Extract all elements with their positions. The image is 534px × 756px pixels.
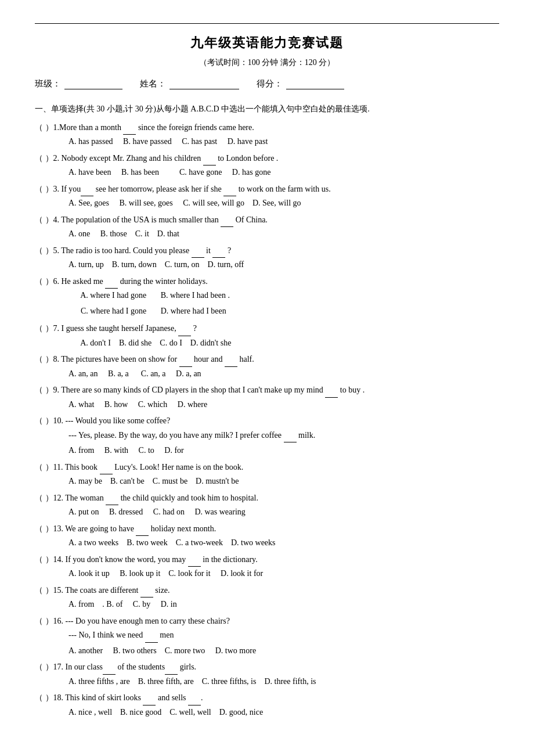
q3-paren: （ ） bbox=[35, 182, 53, 197]
q1-options: A. has passed B. have passed C. has past… bbox=[35, 135, 499, 149]
q6-options-2: C. where had I gone D. where had I been bbox=[35, 304, 499, 319]
question-3: （ ） 3. If you see her tomorrow, please a… bbox=[35, 182, 499, 211]
question-17: （ ） 17. In our class of the students gir… bbox=[35, 660, 499, 689]
question-4: （ ） 4. The population of the USA is much… bbox=[35, 213, 499, 242]
q12-text: 12. The woman the child quickly and took… bbox=[53, 491, 258, 506]
question-16: （ ） 16. --- Do you have enough men to ca… bbox=[35, 614, 499, 658]
q10-paren: （ ） bbox=[35, 414, 53, 429]
class-label: 班级： bbox=[35, 78, 61, 89]
score-input[interactable] bbox=[286, 79, 344, 89]
q14-text: 14. If you don't know the word, you may … bbox=[53, 553, 258, 567]
question-5: （ ） 5. The radio is too hard. Could you … bbox=[35, 244, 499, 272]
q5-text: 5. The radio is too hard. Could you plea… bbox=[53, 244, 232, 258]
subtitle: （考试时间：100 分钟 满分：120 分） bbox=[35, 57, 499, 68]
q16-text: 16. --- Do you have enough men to carry … bbox=[53, 614, 230, 629]
q10-text2: --- Yes, please. By the way, do you have… bbox=[35, 429, 499, 443]
q4-options: A. one B. those C. it D. that bbox=[35, 227, 499, 242]
q11-text: 11. This book Lucy's. Look! Her name is … bbox=[53, 460, 244, 475]
q2-text: 2. Nobody except Mr. Zhang and his child… bbox=[53, 152, 279, 166]
class-field: 班级： bbox=[35, 78, 122, 89]
class-input[interactable] bbox=[64, 79, 122, 89]
question-8: （ ） 8. The pictures have been on show fo… bbox=[35, 352, 499, 381]
q15-paren: （ ） bbox=[35, 584, 53, 598]
info-row: 班级： 姓名： 得分： bbox=[35, 78, 499, 89]
q16-options: A. another B. two others C. more two D. … bbox=[35, 644, 499, 658]
q9-paren: （ ） bbox=[35, 383, 53, 398]
q1-text: 1.More than a month since the foreign fr… bbox=[53, 121, 254, 135]
q3-text: 3. If you see her tomorrow, please ask h… bbox=[53, 182, 331, 197]
q11-paren: （ ） bbox=[35, 460, 53, 475]
question-14: （ ） 14. If you don't know the word, you … bbox=[35, 553, 499, 581]
q2-paren: （ ） bbox=[35, 152, 53, 166]
q18-options: A. nice , well B. nice good C. well, wel… bbox=[35, 705, 499, 720]
q1-paren: （ ） bbox=[35, 121, 53, 135]
q8-options: A. an, an B. a, a C. an, a D. a, an bbox=[35, 367, 499, 381]
q7-paren: （ ） bbox=[35, 322, 53, 336]
q15-options: A. from . B. of C. by D. in bbox=[35, 597, 499, 612]
question-10: （ ） 10. --- Would you like some coffee? … bbox=[35, 414, 499, 458]
q17-paren: （ ） bbox=[35, 660, 53, 675]
q2-options: A. have been B. has been C. have gone D.… bbox=[35, 165, 499, 180]
q6-text: 6. He asked me during the winter holiday… bbox=[53, 275, 208, 289]
question-15: （ ） 15. The coats are different size. A.… bbox=[35, 584, 499, 612]
q9-options: A. what B. how C. which D. where bbox=[35, 398, 499, 412]
q8-text: 8. The pictures have been on show for ho… bbox=[53, 352, 254, 367]
score-label: 得分： bbox=[257, 78, 283, 89]
q10-options: A. from B. with C. to D. for bbox=[35, 444, 499, 458]
name-label: 姓名： bbox=[140, 78, 166, 89]
q11-options: A. may be B. can't be C. must be D. must… bbox=[35, 474, 499, 489]
question-2: （ ） 2. Nobody except Mr. Zhang and his c… bbox=[35, 152, 499, 180]
q7-options: A. don't I B. did she C. do I D. didn't … bbox=[35, 336, 499, 351]
q10-text: 10. --- Would you like some coffee? bbox=[53, 414, 171, 429]
q9-text: 9. There are so many kinds of CD players… bbox=[53, 383, 365, 398]
q5-options: A. turn, up B. turn, down C. turn, on D.… bbox=[35, 258, 499, 272]
score-field: 得分： bbox=[257, 78, 344, 89]
q18-paren: （ ） bbox=[35, 691, 53, 705]
q14-options: A. look it up B. look up it C. look for … bbox=[35, 567, 499, 581]
q14-paren: （ ） bbox=[35, 553, 53, 567]
q13-paren: （ ） bbox=[35, 522, 53, 537]
q12-options: A. put on B. dressed C. had on D. was we… bbox=[35, 505, 499, 520]
q17-text: 17. In our class of the students girls. bbox=[53, 660, 197, 675]
q12-paren: （ ） bbox=[35, 491, 53, 506]
question-11: （ ） 11. This book Lucy's. Look! Her name… bbox=[35, 460, 499, 489]
top-divider bbox=[35, 23, 499, 24]
q3-options: A. See, goes B. will see, goes C. will s… bbox=[35, 196, 499, 211]
question-7: （ ） 7. I guess she taught herself Japane… bbox=[35, 322, 499, 350]
question-12: （ ） 12. The woman the child quickly and … bbox=[35, 491, 499, 520]
question-9: （ ） 9. There are so many kinds of CD pla… bbox=[35, 383, 499, 412]
q4-paren: （ ） bbox=[35, 213, 53, 228]
question-6: （ ） 6. He asked me during the winter hol… bbox=[35, 275, 499, 319]
q15-text: 15. The coats are different size. bbox=[53, 584, 170, 598]
q4-text: 4. The population of the USA is much sma… bbox=[53, 213, 268, 228]
question-18: （ ） 18. This kind of skirt looks and sel… bbox=[35, 691, 499, 719]
q8-paren: （ ） bbox=[35, 352, 53, 367]
q6-paren: （ ） bbox=[35, 275, 53, 289]
q6-options-1: A. where I had gone B. where I had been … bbox=[35, 289, 499, 303]
section1-header: 一、单项选择(共 30 小题,计 30 分)从每小题 A.B.C.D 中选出一个… bbox=[35, 102, 499, 116]
q13-options: A. a two weeks B. two week C. a two-week… bbox=[35, 536, 499, 550]
name-input[interactable] bbox=[169, 79, 239, 89]
q13-text: 13. We are going to have holiday next mo… bbox=[53, 522, 217, 537]
name-field: 姓名： bbox=[140, 78, 239, 89]
page-title: 九年级英语能力竞赛试题 bbox=[35, 34, 499, 52]
q18-text: 18. This kind of skirt looks and sells . bbox=[53, 691, 203, 705]
q16-paren: （ ） bbox=[35, 614, 53, 629]
question-13: （ ） 13. We are going to have holiday nex… bbox=[35, 522, 499, 550]
q16-text2: --- No, I think we need men bbox=[35, 628, 499, 643]
q7-text: 7. I guess she taught herself Japanese, … bbox=[53, 322, 197, 336]
q17-options: A. three fifths , are B. three fifth, ar… bbox=[35, 675, 499, 689]
q5-paren: （ ） bbox=[35, 244, 53, 258]
question-1: （ ） 1.More than a month since the foreig… bbox=[35, 121, 499, 149]
